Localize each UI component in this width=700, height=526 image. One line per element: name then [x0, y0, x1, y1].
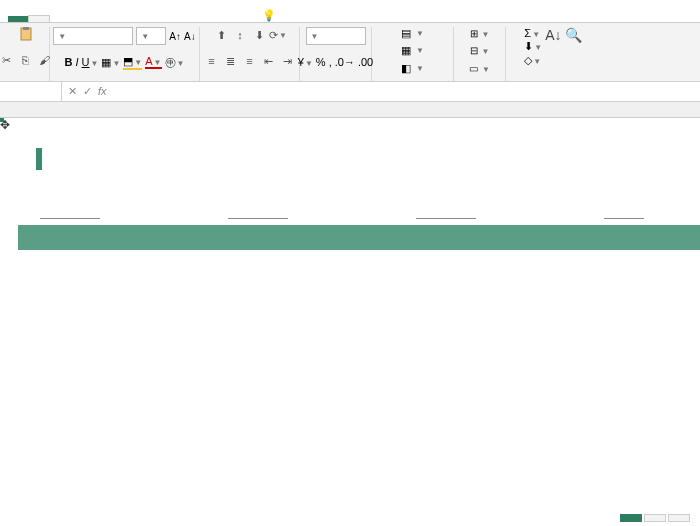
table-icon: ▦ [401, 44, 411, 57]
tab-design[interactable] [230, 16, 250, 22]
italic-button[interactable]: I [75, 56, 78, 68]
percent-icon[interactable]: % [316, 56, 326, 68]
svg-rect-1 [23, 27, 29, 30]
tab-pdf[interactable] [210, 16, 230, 22]
copy-icon[interactable]: ⎘ [18, 52, 34, 68]
tab-layout[interactable] [70, 16, 90, 22]
status-tabs [620, 514, 690, 522]
align-center-icon[interactable]: ≣ [223, 53, 239, 69]
font-color-button[interactable]: A▼ [145, 55, 161, 69]
meta-teacher-value[interactable] [228, 207, 288, 219]
table-header [18, 225, 700, 250]
tab-help[interactable] [190, 16, 210, 22]
meta-term-value[interactable] [604, 207, 644, 219]
align-bottom-icon[interactable]: ⬇ [251, 27, 267, 43]
phonetic-button[interactable]: ㊥▼ [165, 55, 185, 70]
fill-button[interactable]: ⬇▼ [524, 40, 542, 53]
tab-review[interactable] [130, 16, 150, 22]
formula-bar: ✕ ✓ fx [0, 82, 700, 102]
clear-button[interactable]: ◇▼ [524, 54, 542, 67]
tab-bar: 💡 [0, 0, 700, 22]
ribbon: ✂ ⎘ 🖌 ▼ ▼ A↑ A↓ B I U▼ ▦▼ ⬒▼ A▼ ㊥▼ ⬆ ↕ ⬇… [0, 22, 700, 82]
dec-decimal-icon[interactable]: .00 [358, 56, 373, 68]
footer-tab-start[interactable] [644, 514, 666, 522]
tab-home[interactable] [28, 15, 50, 22]
autosum-button[interactable]: Σ▼ [524, 27, 542, 39]
table-format-button[interactable]: ▦▼ [401, 44, 424, 57]
sort-filter-button[interactable]: A↓ [545, 27, 561, 44]
cell-style-button[interactable]: ◧▼ [401, 62, 424, 75]
move-cursor-icon: ✥ [0, 118, 10, 132]
delete-cells-button[interactable]: ⊟ ▼ [470, 44, 490, 56]
indent-inc-icon[interactable]: ⇥ [280, 53, 296, 69]
paste-button[interactable] [19, 27, 33, 41]
cancel-icon[interactable]: ✕ [68, 85, 77, 98]
fx-icon[interactable]: fx [98, 85, 107, 98]
title-accent [36, 148, 42, 170]
tab-file[interactable] [8, 16, 28, 22]
enter-icon[interactable]: ✓ [83, 85, 92, 98]
indent-dec-icon[interactable]: ⇤ [261, 53, 277, 69]
tab-formula[interactable] [90, 16, 110, 22]
tab-dev[interactable] [170, 16, 190, 22]
tell-me[interactable]: 💡 [262, 9, 276, 22]
number-format-select[interactable]: ▼ [306, 27, 366, 45]
grid[interactable]: ✥ [0, 102, 700, 502]
tab-view[interactable] [150, 16, 170, 22]
meta-class-value[interactable] [40, 207, 100, 219]
cond-format-button[interactable]: ▤▼ [401, 27, 424, 40]
footer-tab-insert[interactable] [668, 514, 690, 522]
format-cells-button[interactable]: ▭ ▼ [469, 62, 490, 74]
meta-year-value[interactable] [416, 207, 476, 219]
align-left-icon[interactable]: ≡ [204, 53, 220, 69]
find-select-button[interactable]: 🔍 [565, 27, 582, 44]
comma-icon[interactable]: , [329, 56, 332, 68]
name-box[interactable] [0, 82, 62, 101]
border-button[interactable]: ▦▼ [101, 56, 120, 69]
underline-button[interactable]: U▼ [82, 56, 99, 68]
tab-data[interactable] [110, 16, 130, 22]
decrease-font-icon[interactable]: A↓ [184, 31, 196, 42]
clipboard-icon [19, 27, 33, 41]
insert-cells-button[interactable]: ⊞ ▼ [470, 27, 490, 39]
style-icon: ◧ [401, 62, 411, 75]
orientation-icon[interactable]: ⟳▼ [270, 27, 286, 43]
bold-button[interactable]: B [65, 56, 73, 68]
cond-format-icon: ▤ [401, 27, 411, 40]
align-middle-icon[interactable]: ↕ [232, 27, 248, 43]
font-size-select[interactable]: ▼ [136, 27, 166, 45]
sort-icon: A↓ [545, 27, 561, 43]
cut-icon[interactable]: ✂ [0, 52, 15, 68]
footer-tab-file[interactable] [620, 514, 642, 522]
inc-decimal-icon[interactable]: .0→ [335, 56, 355, 68]
align-right-icon[interactable]: ≡ [242, 53, 258, 69]
search-icon: 🔍 [565, 27, 582, 43]
font-name-select[interactable]: ▼ [53, 27, 133, 45]
currency-icon[interactable]: ¥▼ [298, 56, 313, 68]
fill-color-button[interactable]: ⬒▼ [123, 55, 142, 70]
increase-font-icon[interactable]: A↑ [169, 31, 181, 42]
bulb-icon: 💡 [262, 9, 276, 22]
align-top-icon[interactable]: ⬆ [213, 27, 229, 43]
tab-insert[interactable] [50, 16, 70, 22]
